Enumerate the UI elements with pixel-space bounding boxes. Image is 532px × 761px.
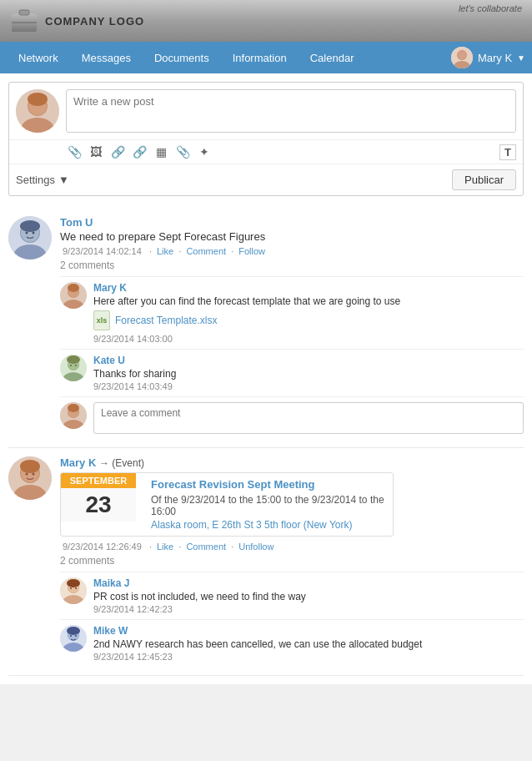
comment-3-meta: 9/23/2014 12:42:23 (93, 604, 524, 614)
nav-dropdown-arrow: ▼ (517, 53, 525, 63)
settings-arrow: ▼ (58, 174, 69, 186)
comment-3-author[interactable]: Maika J (93, 577, 524, 589)
star-icon[interactable]: ✦ (196, 144, 213, 160)
svg-rect-2 (19, 10, 29, 15)
nav-calendar[interactable]: Calendar (299, 42, 366, 73)
main-content: 📎 🖼 🔗 🔗 ▦ 📎 ✦ T Settings ▼ Publicar (0, 73, 532, 684)
svg-point-41 (20, 460, 40, 473)
comment-1-text: Here after you can find the forecast tem… (93, 295, 524, 307)
xlsx-icon: xls (93, 310, 110, 330)
svg-point-19 (33, 232, 35, 234)
event-location: Alaska room, E 26th St 3 5th floor (New … (151, 519, 386, 531)
comment-3-text: PR cost is not included, we need to find… (93, 591, 524, 602)
feed-post-2-author-name: Mary K (60, 456, 96, 469)
feed-post-2-timestamp: 9/23/2014 12:26:49 (63, 542, 142, 552)
comment-2-author[interactable]: Kate U (93, 355, 524, 366)
link2-icon[interactable]: 🔗 (131, 144, 148, 160)
publish-button[interactable]: Publicar (452, 169, 516, 190)
comment-1-author[interactable]: Mary K (93, 282, 524, 294)
logo-icon (10, 7, 38, 35)
company-logo-area: COMPANY LOGO (10, 7, 144, 35)
feed-post-1-follow[interactable]: Follow (238, 246, 265, 256)
feed-post-2-comment[interactable]: Comment (186, 542, 226, 552)
comment-4-author[interactable]: Mike W (93, 625, 524, 637)
nav-messages[interactable]: Messages (70, 42, 143, 73)
event-location-text: Alaska room, E 26th St 3 5th floor (151, 519, 304, 531)
post-settings-row: Settings ▼ Publicar (9, 164, 523, 195)
tagline: let's collaborate (459, 3, 522, 13)
comment-3-avatar (60, 577, 87, 604)
feed-post-2-author-suffix: → (Event) (99, 457, 144, 469)
feed-post-2-unfollow[interactable]: Unfollow (238, 542, 274, 552)
feed-post-2-author[interactable]: Mary K → (Event) (60, 456, 524, 469)
event-block: September 23 Forecast Revision Sept Meet… (60, 472, 394, 537)
event-title[interactable]: Forecast Revision Sept Meeting (151, 478, 386, 491)
feed-post-2-comments-count[interactable]: 2 comments (60, 555, 524, 567)
clip-icon[interactable]: 📎 (174, 144, 191, 160)
file-name: Forecast Template.xlsx (115, 315, 218, 326)
table-icon[interactable]: ▦ (153, 144, 169, 160)
event-location-highlight: (New York) (304, 519, 353, 531)
settings-label: Settings (16, 174, 55, 186)
svg-point-55 (67, 627, 80, 635)
nav-user[interactable]: Mary K ▼ (451, 47, 525, 68)
svg-point-24 (68, 284, 79, 292)
comment-2-body: Kate U Thanks for sharing 9/23/2014 14:0… (93, 355, 524, 391)
nav-information[interactable]: Information (221, 42, 299, 73)
event-day: 23 (61, 488, 136, 522)
event-details: Forecast Revision Sept Meeting Of the 9/… (144, 473, 393, 536)
settings-button[interactable]: Settings ▼ (16, 174, 69, 186)
comment-input-row-1 (60, 396, 524, 439)
image-icon[interactable]: 🖼 (88, 144, 104, 160)
post-input[interactable] (66, 89, 516, 133)
svg-point-56 (70, 635, 72, 637)
comment-4: Mike W 2nd NAWY research has been cancel… (60, 619, 524, 667)
svg-point-18 (26, 232, 28, 234)
header-banner: COMPANY LOGO let's collaborate (0, 0, 532, 42)
feed-post-2-body: Mary K → (Event) September 23 Forecast R… (60, 456, 524, 667)
feed-post-1-meta: 9/23/2014 14:02:14 · Like · Comment · Fo… (60, 246, 524, 256)
feed-post-1-text: We need to prepare Sept Forecast Figures (60, 230, 524, 243)
feed-post-1-avatar (8, 216, 52, 260)
comment-2-meta: 9/23/2014 14:03:49 (93, 381, 524, 391)
comment-1-meta: 9/23/2014 14:03:00 (93, 334, 524, 344)
svg-point-12 (28, 93, 48, 106)
feed-post-1-comment[interactable]: Comment (186, 246, 226, 256)
svg-point-29 (67, 355, 80, 364)
post-toolbar: 📎 🖼 🔗 🔗 ▦ 📎 ✦ T (9, 139, 523, 164)
comment-4-meta: 9/23/2014 12:45:23 (93, 652, 524, 662)
feed-post-1-body: Tom U We need to prepare Sept Forecast F… (60, 216, 524, 439)
svg-point-36 (68, 404, 79, 412)
svg-point-43 (33, 473, 35, 476)
event-time: Of the 9/23/2014 to the 15:00 to the 9/2… (151, 494, 386, 517)
comment-input-avatar (60, 402, 87, 429)
file-attachment[interactable]: xls Forecast Template.xlsx (93, 310, 524, 330)
comment-1-avatar (60, 282, 87, 309)
feed-post-1-timestamp: 9/23/2014 14:02:14 (63, 246, 142, 256)
feed-post-1-like[interactable]: Like (157, 246, 173, 256)
nav-user-avatar (451, 47, 473, 68)
comment-3-body: Maika J PR cost is not included, we need… (93, 577, 524, 614)
svg-point-57 (75, 635, 77, 637)
post-box-top (9, 83, 523, 139)
attach-icon[interactable]: 📎 (66, 144, 83, 160)
feed-post-1: Tom U We need to prepare Sept Forecast F… (8, 208, 524, 448)
svg-point-42 (26, 473, 28, 476)
nav-network[interactable]: Network (7, 42, 70, 73)
feed-post-2-like[interactable]: Like (157, 542, 173, 552)
comment-1: Mary K Here after you can find the forec… (60, 276, 524, 349)
feed-post-1-comments-count[interactable]: 2 comments (60, 260, 524, 271)
comment-input-1[interactable] (93, 402, 524, 434)
link-icon[interactable]: 🔗 (109, 144, 126, 160)
navbar: Network Messages Documents Information C… (0, 42, 532, 73)
comment-3: Maika J PR cost is not included, we need… (60, 572, 524, 619)
event-date-block: September 23 (61, 473, 136, 536)
comment-4-body: Mike W 2nd NAWY research has been cancel… (93, 625, 524, 662)
company-name-text: COMPANY LOGO (45, 15, 144, 28)
nav-documents[interactable]: Documents (143, 42, 221, 73)
text-format-button[interactable]: T (499, 144, 516, 160)
comment-2: Kate U Thanks for sharing 9/23/2014 14:0… (60, 349, 524, 396)
svg-point-50 (75, 587, 77, 589)
svg-point-48 (67, 579, 80, 587)
feed-post-1-author[interactable]: Tom U (60, 216, 524, 229)
